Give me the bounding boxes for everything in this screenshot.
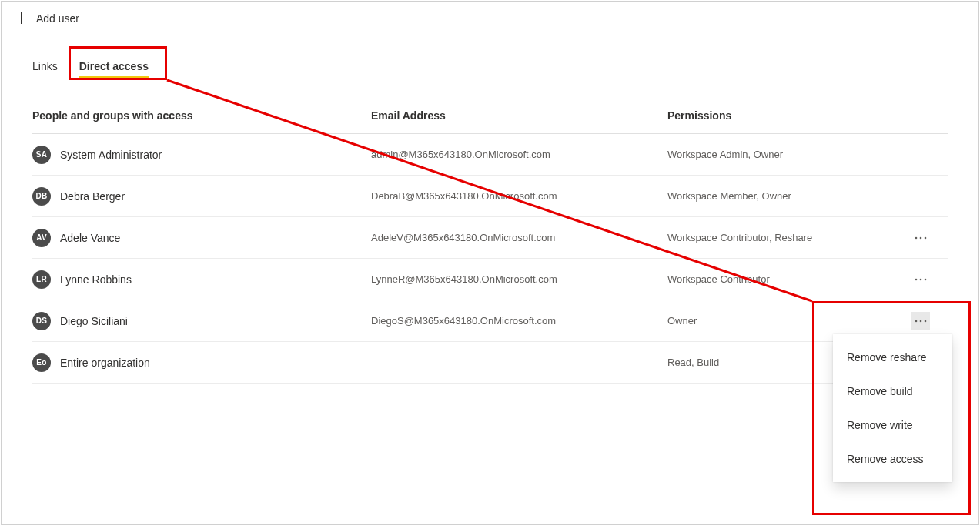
table-row: DSDiego SicilianiDiegoS@M365x643180.OnMi… <box>32 300 948 342</box>
cell-name: SASystem Administrator <box>32 146 371 164</box>
cell-name: LRLynne Robbins <box>32 270 371 289</box>
grid-header-row: People and groups with access Email Addr… <box>32 97 948 134</box>
cell-email: AdeleV@M365x643180.OnMicrosoft.com <box>371 232 667 243</box>
tab-links[interactable]: Links <box>32 60 58 79</box>
svg-point-6 <box>915 320 918 322</box>
table-row: LRLynne RobbinsLynneR@M365x643180.OnMicr… <box>32 259 948 300</box>
user-name: Diego Siciliani <box>60 315 128 327</box>
svg-point-7 <box>920 320 922 322</box>
plus-icon <box>15 12 27 24</box>
cell-name: EoEntire organization <box>32 353 371 372</box>
avatar: SA <box>32 146 51 164</box>
svg-point-0 <box>915 236 918 239</box>
cell-permissions: Workspace Contributor, Reshare <box>667 232 894 243</box>
user-name: Entire organization <box>60 357 150 369</box>
avatar: DS <box>32 312 51 330</box>
table-row: DBDebra BergerDebraB@M365x643180.OnMicro… <box>32 176 948 217</box>
more-icon <box>915 278 927 281</box>
cell-email: DiegoS@M365x643180.OnMicrosoft.com <box>371 315 667 327</box>
access-grid: People and groups with access Email Addr… <box>2 97 978 384</box>
cell-email: admin@M365x643180.OnMicrosoft.com <box>371 149 667 160</box>
add-user-button[interactable]: Add user <box>15 12 79 25</box>
cell-email: LynneR@M365x643180.OnMicrosoft.com <box>371 273 667 285</box>
cell-actions <box>894 229 948 247</box>
user-name: Adele Vance <box>60 232 120 244</box>
cell-name: AVAdele Vance <box>32 229 371 247</box>
svg-point-1 <box>920 236 922 239</box>
more-actions-button[interactable] <box>911 312 930 330</box>
col-header-email: Email Address <box>371 109 667 122</box>
add-user-label: Add user <box>36 12 79 25</box>
cell-actions <box>894 270 948 289</box>
svg-point-8 <box>925 320 927 322</box>
menu-remove-access[interactable]: Remove access <box>833 442 952 476</box>
cell-name: DBDebra Berger <box>32 187 371 206</box>
cell-actions <box>894 312 948 330</box>
cell-permissions: Workspace Contributor <box>667 273 894 285</box>
table-row: EoEntire organizationRead, Build <box>32 342 948 384</box>
table-row: AVAdele VanceAdeleV@M365x643180.OnMicros… <box>32 217 948 259</box>
menu-remove-build[interactable]: Remove build <box>833 374 952 408</box>
tab-direct-access-label: Direct access <box>79 60 149 72</box>
more-actions-button[interactable] <box>911 229 930 247</box>
menu-remove-reshare[interactable]: Remove reshare <box>833 340 952 374</box>
cell-name: DSDiego Siciliani <box>32 312 371 330</box>
more-icon <box>915 236 927 240</box>
user-name: Debra Berger <box>60 190 125 203</box>
avatar: AV <box>32 229 51 247</box>
user-name: System Administrator <box>60 149 162 161</box>
svg-point-4 <box>920 278 922 280</box>
avatar: Eo <box>32 353 51 372</box>
cell-permissions: Workspace Member, Owner <box>667 190 894 202</box>
tab-direct-access[interactable]: Direct access <box>79 60 149 79</box>
svg-point-2 <box>925 236 927 239</box>
permissions-panel: Add user Links Direct access People and … <box>1 1 979 525</box>
cell-permissions: Workspace Admin, Owner <box>667 149 894 160</box>
more-actions-button[interactable] <box>911 270 930 289</box>
col-header-people: People and groups with access <box>32 109 371 122</box>
svg-point-3 <box>915 278 918 280</box>
cell-permissions: Owner <box>667 315 894 327</box>
avatar: LR <box>32 270 51 289</box>
table-row: SASystem Administratoradmin@M365x643180.… <box>32 134 948 176</box>
row-actions-menu: Remove reshare Remove build Remove write… <box>833 334 952 482</box>
user-name: Lynne Robbins <box>60 273 132 286</box>
tab-links-label: Links <box>32 60 58 72</box>
svg-point-5 <box>925 278 927 280</box>
tab-bar: Links Direct access <box>2 35 978 79</box>
cell-email: DebraB@M365x643180.OnMicrosoft.com <box>371 190 667 202</box>
col-header-permissions: Permissions <box>667 109 894 122</box>
avatar: DB <box>32 187 51 206</box>
menu-remove-write[interactable]: Remove write <box>833 408 952 442</box>
command-bar: Add user <box>2 2 978 35</box>
more-icon <box>915 320 927 323</box>
